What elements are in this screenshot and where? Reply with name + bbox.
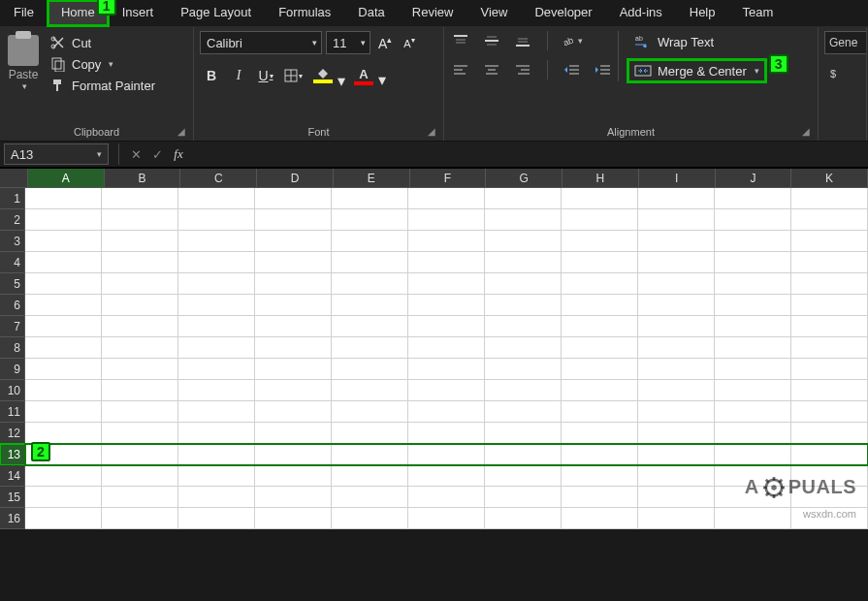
wrap-text-button[interactable]: ab Wrap Text [628,31,765,52]
chevron-down-icon[interactable]: ▾ [270,72,273,80]
fill-color-button[interactable]: ▾ [308,68,338,83]
chevron-down-icon[interactable]: ▾ [338,72,345,90]
cell[interactable] [715,401,791,423]
align-right-button[interactable] [512,60,533,79]
cell[interactable] [408,273,485,295]
cell[interactable] [485,487,562,508]
cell[interactable] [638,231,715,252]
cell[interactable] [408,231,485,252]
cell[interactable] [332,487,408,508]
cell[interactable] [102,487,178,508]
row-header[interactable]: 16 [0,508,25,529]
cell[interactable] [332,273,408,295]
cell[interactable] [102,316,178,337]
copy-button[interactable]: Copy ▾ [50,56,155,72]
row-header[interactable]: 3 [0,231,25,252]
cell[interactable] [178,337,255,359]
cell[interactable] [102,188,178,209]
cell[interactable] [715,252,791,273]
row-header[interactable]: 15 [0,487,25,508]
cell[interactable] [715,231,791,252]
cell[interactable] [102,252,178,273]
cell[interactable] [715,423,791,444]
cell[interactable] [178,209,255,231]
cell[interactable] [562,188,638,209]
cell[interactable] [25,401,102,423]
tab-review[interactable]: Review [399,0,467,26]
cell[interactable] [178,231,255,252]
cell[interactable] [25,295,102,316]
cell[interactable] [255,444,332,465]
cell[interactable] [178,465,255,487]
chevron-down-icon[interactable]: ▾ [97,149,102,159]
cell[interactable] [255,273,332,295]
cell[interactable] [255,359,332,380]
cell[interactable] [255,209,332,231]
row-header[interactable]: 10 [0,380,25,401]
cell[interactable] [102,359,178,380]
cell[interactable] [715,273,791,295]
tab-insert[interactable]: Insert [109,0,168,26]
cell[interactable] [332,508,408,529]
dialog-launcher-icon[interactable]: ◢ [802,126,810,137]
cell[interactable] [485,252,562,273]
cell[interactable] [485,188,562,209]
tab-view[interactable]: View [466,0,521,26]
cell[interactable] [102,380,178,401]
cell[interactable] [102,423,178,444]
row-header[interactable]: 4 [0,252,25,273]
tab-help[interactable]: Help [676,0,729,26]
cell[interactable] [485,380,562,401]
font-name-input[interactable] [201,36,307,50]
chevron-down-icon[interactable]: ▾ [22,81,27,91]
tab-team[interactable]: Team [729,0,788,26]
cell[interactable] [638,337,715,359]
cell[interactable] [638,295,715,316]
borders-button[interactable]: ▾ [281,64,305,87]
col-header-b[interactable]: B [105,169,181,188]
cell[interactable] [408,209,485,231]
cell[interactable] [408,295,485,316]
row-header[interactable]: 8 [0,337,25,359]
cell[interactable] [25,380,102,401]
row-header[interactable]: 2 [0,209,25,231]
chevron-down-icon[interactable]: ▾ [307,38,321,47]
cell[interactable] [485,401,562,423]
row-header[interactable]: 7 [0,316,25,337]
chevron-down-icon[interactable]: ▾ [109,59,113,69]
cell[interactable] [408,465,485,487]
tab-file[interactable]: File [0,0,48,26]
col-header-e[interactable]: E [334,169,410,188]
cell[interactable] [102,231,178,252]
cell[interactable] [562,273,638,295]
cell[interactable] [715,508,791,529]
cell[interactable] [715,188,791,209]
cell[interactable] [638,508,715,529]
cell[interactable] [332,465,408,487]
row-header[interactable]: 13 [0,444,25,465]
cell[interactable] [178,316,255,337]
number-format-combo[interactable]: Gene [824,31,867,54]
chevron-down-icon[interactable]: ▾ [578,36,583,46]
cell[interactable] [178,444,255,465]
cell[interactable] [332,337,408,359]
cell[interactable] [332,231,408,252]
col-header-h[interactable]: H [563,169,639,188]
tab-home[interactable]: Home 1 [48,0,109,26]
cell[interactable] [791,380,868,401]
chevron-down-icon[interactable]: ▾ [755,66,759,76]
align-left-button[interactable] [450,60,471,79]
cell[interactable] [255,423,332,444]
format-painter-button[interactable]: Format Painter [50,78,155,93]
cell[interactable] [791,316,868,337]
row-header[interactable]: 6 [0,295,25,316]
cell[interactable] [485,423,562,444]
tab-page-layout[interactable]: Page Layout [167,0,265,26]
cell[interactable] [25,465,102,487]
cell[interactable] [332,444,408,465]
row-header[interactable]: 5 [0,273,25,295]
row-header[interactable]: 11 [0,401,25,423]
cell[interactable] [715,359,791,380]
tab-addins[interactable]: Add-ins [606,0,676,26]
cell[interactable] [255,465,332,487]
